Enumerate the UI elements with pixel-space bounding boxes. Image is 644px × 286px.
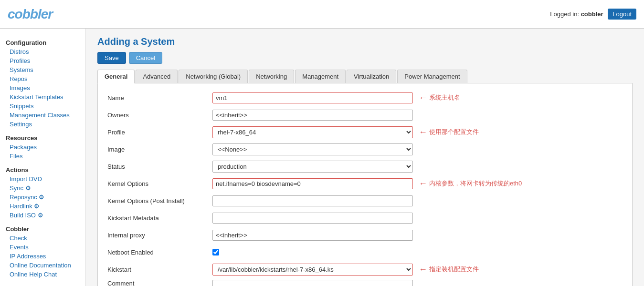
- sidebar-item-check[interactable]: Check: [0, 234, 85, 243]
- annotation-kickstart: ← 指定装机配置文件: [417, 265, 479, 275]
- control-kernel-options-post: [212, 195, 413, 206]
- control-kernel-options: [212, 178, 413, 189]
- sidebar: Configuration Distros Profiles Systems R…: [0, 29, 86, 286]
- field-row-name: Name ← 系统主机名: [107, 91, 623, 104]
- field-row-internal-proxy: Internal proxy: [107, 228, 623, 242]
- label-image: Image: [107, 146, 212, 153]
- select-image[interactable]: <<None>>: [212, 143, 413, 155]
- user-area: Logged in: cobbler Logout: [550, 9, 636, 20]
- field-row-netboot-enabled: Netboot Enabled: [107, 245, 623, 259]
- header: cobbler Logged in: cobbler Logout: [0, 0, 644, 29]
- annotation-profile: ← 使用那个配置文件: [417, 127, 479, 137]
- field-row-kernel-options-post: Kernel Options (Post Install): [107, 194, 623, 207]
- select-profile[interactable]: rhel-7-x86_64: [212, 126, 413, 138]
- sidebar-item-management-classes[interactable]: Management Classes: [0, 111, 85, 120]
- control-kickstart: /var/lib/cobbler/kickstarts/rhel-7-x86_6…: [212, 264, 413, 276]
- sidebar-item-sync[interactable]: Sync ⚙: [0, 184, 85, 193]
- sidebar-item-images[interactable]: Images: [0, 83, 85, 92]
- sidebar-item-files[interactable]: Files: [0, 152, 85, 161]
- sidebar-section-actions: Actions: [0, 163, 85, 174]
- control-comment: [212, 280, 413, 286]
- username: cobbler: [581, 10, 603, 18]
- label-kernel-options-post: Kernel Options (Post Install): [107, 197, 212, 204]
- label-kernel-options: Kernel Options: [107, 180, 212, 187]
- control-status: production: [212, 161, 413, 173]
- field-row-profile: Profile rhel-7-x86_64 ← 使用那个配置文件: [107, 125, 623, 139]
- annotation-text-kernel-options: 内核参数，将网卡转为传统的eth0: [429, 179, 522, 188]
- annotation-text-kickstart: 指定装机配置文件: [429, 265, 479, 274]
- control-netboot-enabled: [212, 249, 413, 255]
- page-title: Adding a System: [97, 36, 633, 47]
- textarea-comment[interactable]: [212, 280, 413, 286]
- label-internal-proxy: Internal proxy: [107, 232, 212, 239]
- save-button[interactable]: Save: [97, 52, 126, 64]
- input-owners[interactable]: [212, 110, 413, 121]
- label-comment: Comment: [107, 280, 212, 286]
- field-row-kernel-options: Kernel Options ← 内核参数，将网卡转为传统的eth0: [107, 177, 623, 190]
- input-kernel-options-post[interactable]: [212, 195, 413, 206]
- select-kickstart[interactable]: /var/lib/cobbler/kickstarts/rhel-7-x86_6…: [212, 264, 413, 276]
- arrow-profile: ←: [419, 127, 427, 137]
- tab-general[interactable]: General: [97, 70, 135, 83]
- tab-networking-global[interactable]: Networking (Global): [179, 70, 248, 83]
- field-row-status: Status production: [107, 160, 623, 173]
- form-panel: Name ← 系统主机名 Owners: [97, 83, 633, 286]
- input-kernel-options[interactable]: [212, 178, 413, 189]
- annotation-text-name: 系统主机名: [429, 93, 460, 102]
- sidebar-item-distros[interactable]: Distros: [0, 47, 85, 56]
- input-internal-proxy[interactable]: [212, 230, 413, 241]
- sidebar-item-kickstart-templates[interactable]: Kickstart Templates: [0, 92, 85, 102]
- logo-text: cobbler: [8, 7, 53, 21]
- control-name: [212, 92, 413, 103]
- control-kickstart-metadata: [212, 213, 413, 224]
- sidebar-item-repos[interactable]: Repos: [0, 74, 85, 83]
- sidebar-item-import-dvd[interactable]: Import DVD: [0, 174, 85, 184]
- layout: Configuration Distros Profiles Systems R…: [0, 29, 644, 286]
- form-panel-wrap: Name ← 系统主机名 Owners: [97, 83, 633, 286]
- input-kickstart-metadata[interactable]: [212, 213, 413, 224]
- tab-power-management[interactable]: Power Management: [397, 70, 467, 83]
- label-netboot-enabled: Netboot Enabled: [107, 249, 212, 256]
- sidebar-item-systems[interactable]: Systems: [0, 65, 85, 74]
- cancel-button[interactable]: Cancel: [129, 52, 162, 64]
- logged-in-label: Logged in:: [550, 10, 579, 18]
- sidebar-section-configuration: Configuration: [0, 36, 85, 47]
- tab-management[interactable]: Management: [295, 70, 346, 83]
- field-row-kickstart: Kickstart /var/lib/cobbler/kickstarts/rh…: [107, 263, 623, 276]
- logout-button[interactable]: Logout: [608, 9, 636, 20]
- field-row-owners: Owners: [107, 108, 623, 122]
- label-kickstart: Kickstart: [107, 266, 212, 273]
- label-owners: Owners: [107, 112, 212, 119]
- sidebar-item-online-documentation[interactable]: Online Documentation: [0, 261, 85, 270]
- sidebar-section-cobbler: Cobbler: [0, 223, 85, 234]
- sidebar-item-settings[interactable]: Settings: [0, 120, 85, 129]
- sidebar-item-reposync[interactable]: Reposync ⚙: [0, 193, 85, 202]
- annotation-kernel-options: ← 内核参数，将网卡转为传统的eth0: [417, 179, 522, 189]
- select-status[interactable]: production: [212, 161, 413, 173]
- field-row-comment: Comment: [107, 280, 623, 286]
- arrow-kernel-options: ←: [419, 179, 427, 189]
- sidebar-item-packages[interactable]: Packages: [0, 143, 85, 152]
- action-buttons: Save Cancel: [97, 52, 633, 64]
- annotation-name: ← 系统主机名: [417, 93, 460, 103]
- sidebar-item-online-help-chat[interactable]: Online Help Chat: [0, 270, 85, 279]
- sidebar-item-profiles[interactable]: Profiles: [0, 56, 85, 65]
- control-owners: [212, 110, 413, 121]
- tab-advanced[interactable]: Advanced: [136, 70, 178, 83]
- sidebar-item-ip-addresses[interactable]: IP Addresses: [0, 252, 85, 261]
- control-image: <<None>>: [212, 143, 413, 155]
- sidebar-item-snippets[interactable]: Snippets: [0, 102, 85, 111]
- checkbox-netboot-enabled[interactable]: [212, 249, 219, 255]
- label-status: Status: [107, 163, 212, 170]
- sidebar-item-events[interactable]: Events: [0, 243, 85, 252]
- sidebar-item-hardlink[interactable]: Hardlink ⚙: [0, 202, 85, 211]
- input-name[interactable]: [212, 92, 413, 103]
- tab-networking[interactable]: Networking: [249, 70, 294, 83]
- arrow-kickstart: ←: [419, 265, 427, 275]
- label-profile: Profile: [107, 129, 212, 136]
- sidebar-item-build-iso[interactable]: Build ISO ⚙: [0, 211, 85, 220]
- tab-virtualization[interactable]: Virtualization: [347, 70, 396, 83]
- sidebar-section-resources: Resources: [0, 132, 85, 143]
- arrow-name: ←: [419, 93, 427, 103]
- annotation-text-profile: 使用那个配置文件: [429, 128, 479, 136]
